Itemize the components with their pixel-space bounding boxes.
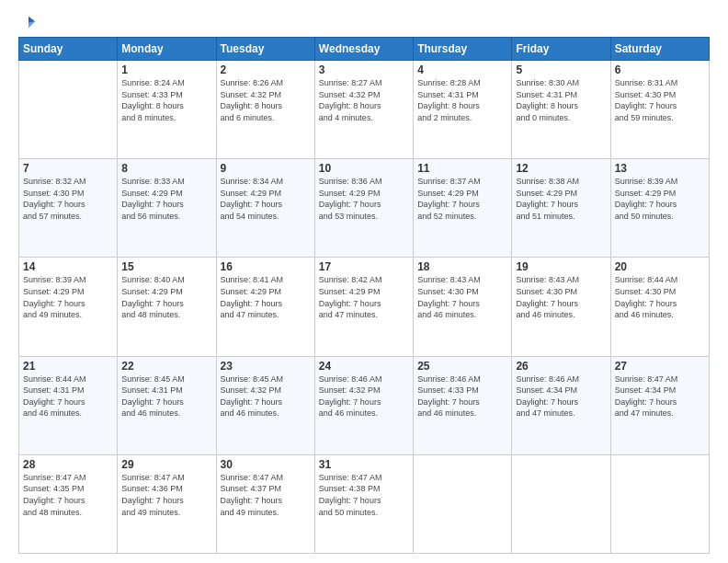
day-number: 16	[221, 260, 311, 273]
column-header-tuesday: Tuesday	[216, 38, 314, 61]
calendar-cell: 6Sunrise: 8:31 AM Sunset: 4:30 PM Daylig…	[610, 61, 709, 159]
day-number: 1	[121, 63, 211, 76]
day-info: Sunrise: 8:39 AM Sunset: 4:29 PM Dayligh…	[23, 274, 113, 320]
calendar-week-row: 7Sunrise: 8:32 AM Sunset: 4:30 PM Daylig…	[19, 159, 710, 258]
calendar-cell: 7Sunrise: 8:32 AM Sunset: 4:30 PM Daylig…	[19, 159, 118, 258]
calendar-cell: 5Sunrise: 8:30 AM Sunset: 4:31 PM Daylig…	[512, 61, 610, 159]
day-info: Sunrise: 8:30 AM Sunset: 4:31 PM Dayligh…	[516, 77, 606, 123]
calendar-cell: 15Sunrise: 8:40 AM Sunset: 4:29 PM Dayli…	[118, 258, 216, 356]
day-number: 10	[319, 162, 409, 175]
day-info: Sunrise: 8:27 AM Sunset: 4:32 PM Dayligh…	[319, 77, 409, 123]
day-number: 26	[516, 360, 606, 373]
calendar-week-row: 28Sunrise: 8:47 AM Sunset: 4:35 PM Dayli…	[19, 454, 710, 553]
day-number: 15	[121, 260, 211, 273]
calendar-cell	[19, 61, 118, 159]
day-number: 18	[417, 260, 507, 273]
calendar-cell: 31Sunrise: 8:47 AM Sunset: 4:38 PM Dayli…	[314, 454, 413, 553]
day-info: Sunrise: 8:44 AM Sunset: 4:31 PM Dayligh…	[23, 373, 113, 419]
calendar-cell	[414, 454, 512, 553]
day-number: 13	[615, 162, 705, 175]
day-number: 25	[417, 360, 507, 373]
calendar-cell: 29Sunrise: 8:47 AM Sunset: 4:36 PM Dayli…	[118, 454, 216, 553]
calendar-cell: 19Sunrise: 8:43 AM Sunset: 4:30 PM Dayli…	[512, 258, 610, 356]
day-info: Sunrise: 8:36 AM Sunset: 4:29 PM Dayligh…	[319, 176, 409, 222]
day-number: 3	[319, 63, 409, 76]
day-info: Sunrise: 8:44 AM Sunset: 4:30 PM Dayligh…	[615, 274, 705, 320]
day-info: Sunrise: 8:39 AM Sunset: 4:29 PM Dayligh…	[615, 176, 705, 222]
calendar-cell: 4Sunrise: 8:28 AM Sunset: 4:31 PM Daylig…	[414, 61, 512, 159]
calendar-cell: 17Sunrise: 8:42 AM Sunset: 4:29 PM Dayli…	[314, 258, 413, 356]
day-number: 14	[23, 260, 113, 273]
calendar-cell: 28Sunrise: 8:47 AM Sunset: 4:35 PM Dayli…	[19, 454, 118, 553]
day-number: 8	[121, 162, 211, 175]
day-info: Sunrise: 8:43 AM Sunset: 4:30 PM Dayligh…	[417, 274, 507, 320]
calendar-cell: 30Sunrise: 8:47 AM Sunset: 4:37 PM Dayli…	[216, 454, 314, 553]
day-number: 20	[615, 260, 705, 273]
day-info: Sunrise: 8:45 AM Sunset: 4:31 PM Dayligh…	[121, 373, 211, 419]
day-info: Sunrise: 8:47 AM Sunset: 4:34 PM Dayligh…	[615, 373, 705, 419]
calendar-cell: 13Sunrise: 8:39 AM Sunset: 4:29 PM Dayli…	[610, 159, 709, 258]
day-info: Sunrise: 8:42 AM Sunset: 4:29 PM Dayligh…	[319, 274, 409, 320]
calendar-cell: 20Sunrise: 8:44 AM Sunset: 4:30 PM Dayli…	[610, 258, 709, 356]
day-info: Sunrise: 8:33 AM Sunset: 4:29 PM Dayligh…	[121, 176, 211, 222]
day-info: Sunrise: 8:37 AM Sunset: 4:29 PM Dayligh…	[417, 176, 507, 222]
day-number: 29	[121, 458, 211, 471]
day-info: Sunrise: 8:26 AM Sunset: 4:32 PM Dayligh…	[221, 77, 311, 123]
calendar-cell: 8Sunrise: 8:33 AM Sunset: 4:29 PM Daylig…	[118, 159, 216, 258]
column-header-wednesday: Wednesday	[314, 38, 413, 61]
day-info: Sunrise: 8:46 AM Sunset: 4:34 PM Dayligh…	[516, 373, 606, 419]
day-info: Sunrise: 8:47 AM Sunset: 4:36 PM Dayligh…	[121, 472, 211, 518]
day-number: 27	[615, 360, 705, 373]
page: SundayMondayTuesdayWednesdayThursdayFrid…	[0, 0, 728, 563]
logo	[18, 15, 37, 29]
calendar-cell: 3Sunrise: 8:27 AM Sunset: 4:32 PM Daylig…	[314, 61, 413, 159]
calendar-cell: 10Sunrise: 8:36 AM Sunset: 4:29 PM Dayli…	[314, 159, 413, 258]
calendar-cell: 18Sunrise: 8:43 AM Sunset: 4:30 PM Dayli…	[414, 258, 512, 356]
day-number: 7	[23, 162, 113, 175]
day-info: Sunrise: 8:45 AM Sunset: 4:32 PM Dayligh…	[221, 373, 311, 419]
column-header-sunday: Sunday	[19, 38, 118, 61]
day-info: Sunrise: 8:43 AM Sunset: 4:30 PM Dayligh…	[516, 274, 606, 320]
day-info: Sunrise: 8:46 AM Sunset: 4:33 PM Dayligh…	[417, 373, 507, 419]
day-number: 21	[23, 360, 113, 373]
calendar-cell: 27Sunrise: 8:47 AM Sunset: 4:34 PM Dayli…	[610, 356, 709, 454]
day-number: 9	[221, 162, 311, 175]
calendar-cell: 9Sunrise: 8:34 AM Sunset: 4:29 PM Daylig…	[216, 159, 314, 258]
calendar-cell: 14Sunrise: 8:39 AM Sunset: 4:29 PM Dayli…	[19, 258, 118, 356]
day-number: 11	[417, 162, 507, 175]
calendar-table: SundayMondayTuesdayWednesdayThursdayFrid…	[18, 37, 710, 554]
day-number: 17	[319, 260, 409, 273]
day-info: Sunrise: 8:28 AM Sunset: 4:31 PM Dayligh…	[417, 77, 507, 123]
day-info: Sunrise: 8:31 AM Sunset: 4:30 PM Dayligh…	[615, 77, 705, 123]
calendar-cell: 2Sunrise: 8:26 AM Sunset: 4:32 PM Daylig…	[216, 61, 314, 159]
calendar-header-row: SundayMondayTuesdayWednesdayThursdayFrid…	[19, 38, 710, 61]
calendar-cell: 24Sunrise: 8:46 AM Sunset: 4:32 PM Dayli…	[314, 356, 413, 454]
column-header-monday: Monday	[118, 38, 216, 61]
header	[18, 15, 710, 29]
day-info: Sunrise: 8:24 AM Sunset: 4:33 PM Dayligh…	[121, 77, 211, 123]
calendar-cell: 1Sunrise: 8:24 AM Sunset: 4:33 PM Daylig…	[118, 61, 216, 159]
calendar-week-row: 21Sunrise: 8:44 AM Sunset: 4:31 PM Dayli…	[19, 356, 710, 454]
day-number: 19	[516, 260, 606, 273]
day-number: 23	[221, 360, 311, 373]
day-info: Sunrise: 8:38 AM Sunset: 4:29 PM Dayligh…	[516, 176, 606, 222]
calendar-cell: 16Sunrise: 8:41 AM Sunset: 4:29 PM Dayli…	[216, 258, 314, 356]
day-info: Sunrise: 8:40 AM Sunset: 4:29 PM Dayligh…	[121, 274, 211, 320]
day-number: 5	[516, 63, 606, 76]
calendar-cell: 22Sunrise: 8:45 AM Sunset: 4:31 PM Dayli…	[118, 356, 216, 454]
day-info: Sunrise: 8:47 AM Sunset: 4:37 PM Dayligh…	[221, 472, 311, 518]
day-number: 2	[221, 63, 311, 76]
day-number: 24	[319, 360, 409, 373]
column-header-thursday: Thursday	[414, 38, 512, 61]
day-number: 12	[516, 162, 606, 175]
day-number: 6	[615, 63, 705, 76]
day-number: 22	[121, 360, 211, 373]
calendar-cell: 12Sunrise: 8:38 AM Sunset: 4:29 PM Dayli…	[512, 159, 610, 258]
calendar-cell: 23Sunrise: 8:45 AM Sunset: 4:32 PM Dayli…	[216, 356, 314, 454]
day-info: Sunrise: 8:47 AM Sunset: 4:38 PM Dayligh…	[319, 472, 409, 518]
day-info: Sunrise: 8:46 AM Sunset: 4:32 PM Dayligh…	[319, 373, 409, 419]
column-header-saturday: Saturday	[610, 38, 709, 61]
calendar-cell: 11Sunrise: 8:37 AM Sunset: 4:29 PM Dayli…	[414, 159, 512, 258]
calendar-cell: 21Sunrise: 8:44 AM Sunset: 4:31 PM Dayli…	[19, 356, 118, 454]
logo-flag-icon	[20, 15, 37, 31]
